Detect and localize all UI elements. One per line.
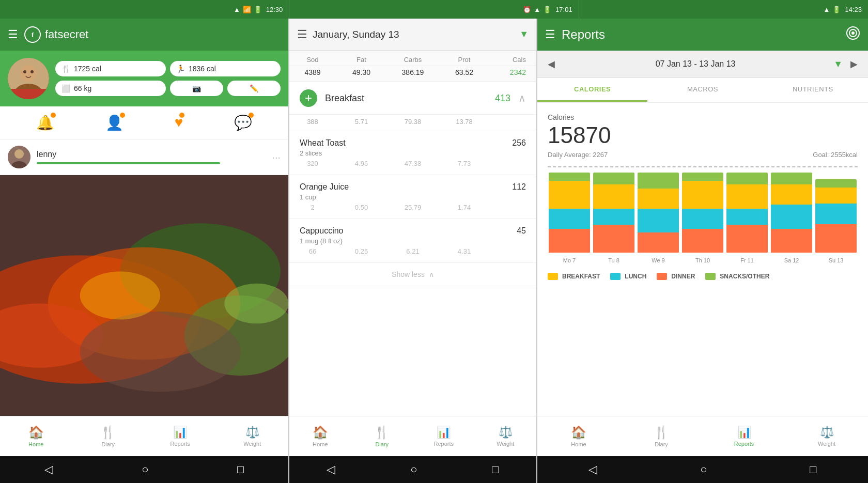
breakfast-name: Breakfast bbox=[325, 93, 495, 104]
diary-panel: ☰ January, Sunday 13 ▼ Sod Fat Carbs Pro… bbox=[289, 19, 537, 483]
wt-fat: 4.96 bbox=[349, 160, 375, 167]
nav-diary-p1[interactable]: 🍴 Diary bbox=[72, 416, 145, 456]
prot-value: 63.52 bbox=[452, 68, 477, 76]
nav-home-p3[interactable]: 🏠 Home bbox=[537, 416, 620, 456]
bar-segment bbox=[771, 229, 812, 253]
day-label-1: Tu 8 bbox=[593, 257, 634, 263]
home-label-p2: Home bbox=[313, 441, 328, 447]
home-label-p3: Home bbox=[571, 441, 586, 447]
bar-segment bbox=[726, 225, 768, 253]
home-btn-p1[interactable]: ○ bbox=[129, 459, 161, 480]
recent-btn-p2[interactable]: □ bbox=[479, 459, 512, 480]
day-label-4: Fr 11 bbox=[726, 257, 768, 263]
bfast-prot: 13.78 bbox=[452, 118, 477, 126]
nav-reports-p3[interactable]: 📊 Reports bbox=[703, 416, 785, 456]
oj-calories: 112 bbox=[512, 182, 526, 192]
wheat-toast-item[interactable]: Wheat Toast 256 2 slices 320 4.96 47.38 … bbox=[289, 131, 536, 175]
cappuccino-calories: 45 bbox=[517, 226, 526, 236]
back-btn-p3[interactable]: ◁ bbox=[576, 459, 610, 480]
target-icon[interactable] bbox=[846, 26, 860, 44]
bar-segment bbox=[726, 209, 768, 225]
feed-item[interactable]: lenny ··· bbox=[0, 139, 288, 175]
back-btn-p1[interactable]: ◁ bbox=[32, 459, 66, 480]
legend-dinner: DINNER bbox=[657, 273, 695, 280]
back-btn-p2[interactable]: ◁ bbox=[314, 459, 348, 480]
tab-nutrients[interactable]: NUTRIENTS bbox=[758, 78, 868, 102]
svg-point-17 bbox=[224, 284, 288, 324]
nav-home[interactable]: 🏠 Home bbox=[0, 416, 72, 456]
reports-title: Reports bbox=[562, 27, 605, 42]
messages-icon-wrap[interactable]: 💬 bbox=[234, 114, 252, 131]
prev-week-btn[interactable]: ◀ bbox=[545, 56, 557, 72]
logo-text: fatsecret bbox=[45, 28, 88, 41]
nav-weight-p2[interactable]: ⚖️ Weight bbox=[475, 416, 537, 456]
weight-stat[interactable]: ⬜ 66 kg bbox=[55, 81, 166, 96]
cappuccino-serving: 1 mug (8 fl oz) bbox=[300, 237, 526, 245]
diary-dropdown-arrow[interactable]: ▼ bbox=[519, 29, 529, 40]
oj-carbs: 25.79 bbox=[397, 204, 428, 211]
home-system-nav: ◁ ○ □ bbox=[0, 456, 288, 483]
next-week-btn[interactable]: ▶ bbox=[848, 56, 860, 72]
home-btn-p2[interactable]: ○ bbox=[397, 459, 430, 480]
tab-macros[interactable]: MACROS bbox=[647, 78, 757, 102]
recent-btn-p3[interactable]: □ bbox=[797, 459, 829, 480]
edit-icon: ✏️ bbox=[250, 84, 258, 92]
oj-fat: 0.50 bbox=[349, 204, 375, 211]
calories-label: Calories bbox=[548, 113, 858, 121]
svg-point-20 bbox=[851, 32, 855, 35]
diary-nav-icon-p1: 🍴 bbox=[100, 425, 116, 440]
camera-stat[interactable]: 📷 bbox=[170, 81, 223, 96]
signal-icon-3: ▲ bbox=[824, 6, 830, 13]
avatar-face-svg bbox=[8, 58, 49, 99]
bar-segment bbox=[549, 229, 590, 253]
prot-label: Prot bbox=[452, 56, 477, 64]
nav-weight-p3[interactable]: ⚖️ Weight bbox=[785, 416, 868, 456]
diary-menu-icon[interactable]: ☰ bbox=[297, 28, 307, 41]
date-range-text: 07 Jan 13 - 13 Jan 13 bbox=[563, 59, 828, 69]
more-options-icon[interactable]: ··· bbox=[272, 151, 281, 163]
nav-weight-p1[interactable]: ⚖️ Weight bbox=[216, 416, 289, 456]
bfast-fat: 5.71 bbox=[349, 118, 375, 126]
home-btn-p3[interactable]: ○ bbox=[687, 459, 720, 480]
add-breakfast-btn[interactable]: + bbox=[300, 89, 317, 107]
recent-btn-p1[interactable]: □ bbox=[224, 459, 257, 480]
nav-diary-p2[interactable]: 🍴 Diary bbox=[351, 416, 413, 456]
cap-carbs: 6.21 bbox=[397, 247, 428, 255]
nav-reports-p1[interactable]: 📊 Reports bbox=[144, 416, 216, 456]
home-menu-icon[interactable]: ☰ bbox=[8, 28, 18, 41]
nav-home-p2[interactable]: 🏠 Home bbox=[289, 416, 351, 456]
collapse-breakfast-btn[interactable]: ∧ bbox=[518, 92, 526, 104]
feed-avatar bbox=[8, 146, 30, 168]
cappuccino-item[interactable]: Cappuccino 45 1 mug (8 fl oz) 66 0.25 6.… bbox=[289, 219, 536, 263]
show-less-row[interactable]: Show less ∧ bbox=[289, 263, 536, 286]
breakfast-section: + Breakfast 413 ∧ 388 5.71 79.38 13.78 bbox=[289, 82, 536, 286]
tab-calories[interactable]: CALORIES bbox=[537, 78, 647, 102]
oj-name: Orange Juice bbox=[300, 182, 349, 192]
calories-out-stat[interactable]: 🏃 1836 cal bbox=[170, 61, 281, 76]
weight-label-p2: Weight bbox=[497, 441, 514, 447]
breakfast-calories: 413 bbox=[495, 93, 510, 104]
logo-symbol: f bbox=[32, 31, 34, 39]
target-svg bbox=[846, 26, 860, 40]
edit-stat[interactable]: ✏️ bbox=[227, 81, 281, 96]
wt-carbs: 47.38 bbox=[397, 160, 428, 167]
reports-menu-icon[interactable]: ☰ bbox=[545, 28, 555, 41]
friends-icon-wrap[interactable]: 👤 bbox=[105, 114, 123, 131]
bar-chart-container: Mo 7Tu 8We 9Th 10Fr 11Sa 12Su 13 BREAKFA… bbox=[548, 166, 858, 280]
bar-chart bbox=[548, 173, 858, 253]
reports-nav-label-p1: Reports bbox=[170, 441, 190, 447]
logo-circle: f bbox=[24, 26, 41, 43]
cap-fat: 0.25 bbox=[349, 247, 375, 255]
reports-label-p3: Reports bbox=[734, 441, 754, 447]
date-dropdown-icon[interactable]: ▼ bbox=[833, 59, 843, 70]
nav-diary-p3[interactable]: 🍴 Diary bbox=[620, 416, 703, 456]
svg-point-3 bbox=[23, 70, 26, 73]
notifications-icon-wrap[interactable]: 🔔 bbox=[36, 114, 54, 131]
likes-icon-wrap[interactable]: ♥ bbox=[175, 114, 183, 131]
bar-group-4 bbox=[726, 173, 768, 253]
calories-in-stat[interactable]: 🍴 1725 cal bbox=[55, 61, 166, 76]
nav-reports-p2[interactable]: 📊 Reports bbox=[413, 416, 475, 456]
user-avatar[interactable] bbox=[8, 58, 49, 99]
orange-juice-item[interactable]: Orange Juice 112 1 cup 2 0.50 25.79 1.74 bbox=[289, 175, 536, 219]
breakfast-nutrition: 388 5.71 79.38 13.78 bbox=[289, 115, 536, 131]
